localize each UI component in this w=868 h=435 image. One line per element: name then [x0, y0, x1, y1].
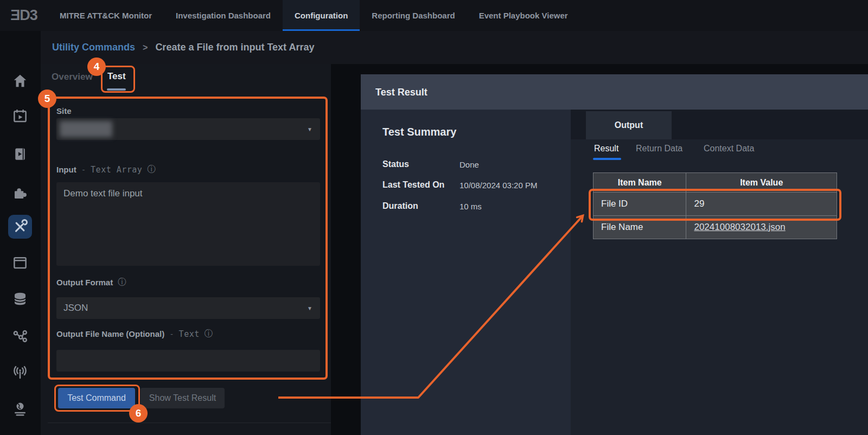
- page-title: Create a File from input Text Array: [155, 42, 314, 53]
- file-name-name-cell: File Name: [593, 216, 686, 239]
- tab-test-active-underline: [107, 88, 126, 91]
- tab-overview[interactable]: Overview: [52, 72, 93, 82]
- column-header-item-value: Item Value: [686, 173, 837, 193]
- chevron-down-icon: ▼: [307, 305, 312, 311]
- breadcrumb-parent-link[interactable]: Utility Commands: [52, 42, 135, 53]
- input-textarea[interactable]: Demo text file input: [56, 182, 320, 266]
- test-result-header: Test Result: [361, 74, 868, 110]
- table-row-file-name: File Name 20241008032013.json: [593, 216, 837, 239]
- subtab-context-data[interactable]: Context Data: [704, 144, 754, 153]
- input-field-type: Text Array: [91, 165, 142, 175]
- output-format-label: Output Format: [56, 278, 113, 287]
- last-tested-on-value: 10/08/2024 03:20 PM: [459, 181, 537, 190]
- playbook-library-icon[interactable]: [12, 146, 28, 162]
- chevron-down-icon: ▼: [307, 126, 312, 132]
- home-icon[interactable]: [12, 73, 28, 89]
- info-icon[interactable]: ⓘ: [205, 328, 213, 340]
- output-file-name-label-row: Output File Name (Optional) - Text ⓘ: [56, 328, 213, 340]
- output-format-label-row: Output Format ⓘ: [56, 277, 126, 288]
- nav-mitre-attack-monitor[interactable]: MITRE ATT&CK Monitor: [48, 0, 164, 31]
- status-value: Done: [459, 160, 479, 169]
- result-table: Item Name Item Value File ID 29 File Nam…: [593, 172, 837, 239]
- file-name-value-cell: 20241008032013.json: [686, 216, 837, 239]
- tab-test[interactable]: Test: [107, 71, 126, 82]
- nav-reporting-dashboard[interactable]: Reporting Dashboard: [360, 0, 467, 31]
- output-file-name-input[interactable]: [56, 350, 320, 372]
- tab-output[interactable]: Output: [586, 111, 672, 139]
- annotation-badge-6: 6: [129, 404, 148, 423]
- table-row-file-id: File ID 29: [593, 193, 837, 216]
- status-label: Status: [382, 159, 409, 169]
- input-field-label: Input: [56, 165, 76, 174]
- d3-logo[interactable]: ƎD3: [0, 0, 48, 31]
- output-file-name-type: Text: [179, 329, 200, 339]
- subtab-result[interactable]: Result: [594, 144, 618, 153]
- geolocation-globe-icon[interactable]: [12, 401, 28, 417]
- file-name-link[interactable]: 20241008032013.json: [694, 222, 785, 232]
- calendar-icon[interactable]: [12, 254, 28, 271]
- last-tested-on-label: Last Tested On: [382, 180, 444, 190]
- test-summary-title: Test Summary: [382, 126, 456, 138]
- breadcrumb: Utility Commands > Create a File from in…: [41, 31, 868, 64]
- utility-commands-tools-icon[interactable]: [12, 219, 28, 235]
- input-field-label-row: Input - Text Array ⓘ: [56, 164, 156, 175]
- subtab-result-active-underline: [593, 158, 621, 160]
- left-icon-sidebar: [0, 31, 41, 435]
- nav-investigation-dashboard[interactable]: Investigation Dashboard: [164, 0, 283, 31]
- column-header-item-name: Item Name: [593, 173, 686, 193]
- type-separator: -: [169, 330, 174, 338]
- duration-value: 10 ms: [459, 202, 482, 211]
- annotation-badge-5: 5: [38, 89, 56, 108]
- test-result-title: Test Result: [375, 86, 427, 98]
- divider: [48, 423, 331, 423]
- site-select-redacted-value: [60, 121, 112, 137]
- database-icon[interactable]: [12, 291, 28, 307]
- app-window: ƎD3 MITRE ATT&CK Monitor Investigation D…: [0, 0, 868, 435]
- info-icon[interactable]: ⓘ: [118, 277, 126, 288]
- test-command-button[interactable]: Test Command: [58, 388, 135, 408]
- show-test-result-button[interactable]: Show Test Result: [141, 388, 225, 408]
- breadcrumb-separator-icon: >: [143, 43, 148, 53]
- integrations-puzzle-icon[interactable]: [12, 185, 28, 201]
- output-format-select[interactable]: JSON ▼: [56, 297, 320, 319]
- output-format-selected-value: JSON: [63, 303, 88, 314]
- info-icon[interactable]: ⓘ: [147, 164, 156, 175]
- file-id-value-cell: 29: [686, 193, 837, 216]
- site-select[interactable]: ▼: [56, 118, 320, 140]
- top-nav-bar: ƎD3 MITRE ATT&CK Monitor Investigation D…: [0, 0, 868, 31]
- nav-configuration[interactable]: Configuration: [283, 0, 360, 31]
- annotation-badge-4: 4: [87, 57, 106, 76]
- subtab-return-data[interactable]: Return Data: [636, 144, 682, 153]
- output-file-name-label: Output File Name (Optional): [56, 329, 164, 338]
- scheduled-playbook-icon[interactable]: [12, 108, 28, 124]
- site-field-label: Site: [56, 106, 72, 116]
- share-nodes-icon[interactable]: [12, 327, 28, 343]
- duration-label: Duration: [382, 201, 418, 211]
- nav-event-playbook-viewer[interactable]: Event Playbook Viewer: [467, 0, 580, 31]
- file-id-name-cell: File ID: [593, 193, 686, 216]
- type-separator: -: [81, 165, 86, 174]
- broadcast-icon[interactable]: [12, 364, 28, 381]
- table-header-row: Item Name Item Value: [593, 173, 837, 193]
- input-textarea-value: Demo text file input: [63, 188, 143, 199]
